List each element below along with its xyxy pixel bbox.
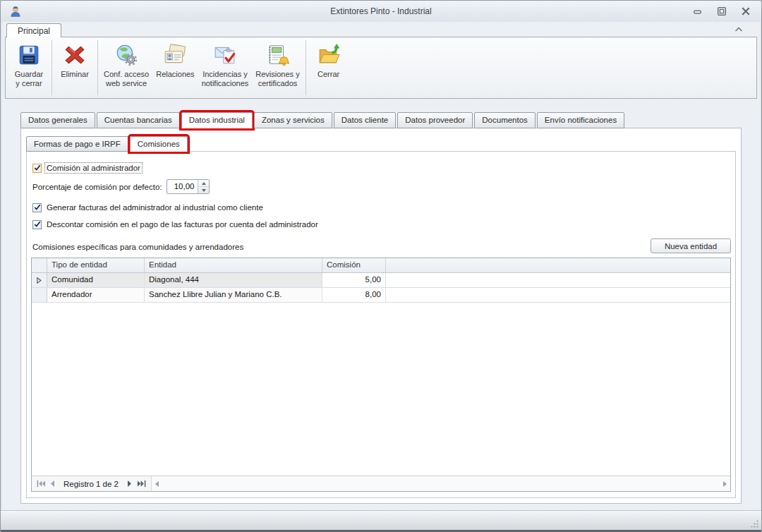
- cell-entidad[interactable]: Sanchez Llibre Julian y Mariano C.B.: [145, 288, 322, 302]
- checkbox-checked-icon[interactable]: [32, 220, 42, 229]
- admin-commission-checkbox[interactable]: Comisión al administrador: [32, 163, 731, 173]
- grid-indicator-header: [32, 258, 47, 272]
- tab-cuentas-bancarias[interactable]: Cuentas bancarias: [97, 112, 180, 128]
- cell-entidad[interactable]: Diagonal, 444: [145, 273, 322, 287]
- ribbon-button-label: Eliminar: [61, 70, 89, 79]
- ribbon-separator: [52, 40, 52, 95]
- discount-commission-checkbox[interactable]: Descontar comisión en el pago de las fac…: [32, 219, 731, 229]
- ribbon-button-label: Relaciones: [156, 70, 194, 79]
- app-window: Extintores Pinto - Industrial Principal: [0, 0, 762, 532]
- ribbon-button-label: Conf. acceso web service: [104, 70, 149, 88]
- percent-value[interactable]: 10,00: [167, 180, 198, 193]
- grid-empty-area: [32, 303, 730, 476]
- incidents-notifications-icon: [213, 43, 237, 67]
- grid-caption-row: Comisiones específicas para comunidades …: [32, 238, 731, 253]
- tab-envio-notificaciones[interactable]: Envío notificaciones: [537, 112, 624, 128]
- horizontal-scrollbar[interactable]: [151, 476, 730, 491]
- web-service-config-button[interactable]: Conf. acceso web service: [100, 39, 152, 97]
- delete-button[interactable]: Eliminar: [54, 39, 95, 97]
- new-entity-button[interactable]: Nueva entidad: [651, 238, 731, 253]
- close-folder-icon: [317, 43, 341, 67]
- relations-button[interactable]: Relaciones: [152, 39, 198, 97]
- spin-up-icon[interactable]: [198, 180, 209, 187]
- ribbon-separator: [306, 40, 306, 95]
- prev-record-icon[interactable]: [47, 478, 58, 490]
- scroll-right-icon[interactable]: [723, 481, 727, 487]
- table-row[interactable]: Comunidad Diagonal, 444 5,00: [32, 273, 730, 288]
- cell-comision[interactable]: 8,00: [322, 288, 386, 302]
- cell-tipo[interactable]: Arrendador: [47, 288, 145, 302]
- title-bar: Extintores Pinto - Industrial: [1, 1, 761, 22]
- tab-datos-industrial[interactable]: Datos industrial: [181, 112, 253, 128]
- delete-icon: [63, 43, 87, 67]
- checkbox-checked-icon[interactable]: [32, 164, 42, 173]
- close-icon[interactable]: [739, 5, 753, 18]
- column-header-tipo[interactable]: Tipo de entidad: [47, 258, 145, 272]
- status-bar: [1, 510, 761, 530]
- revisions-certificates-button[interactable]: Revisiones y certificados: [252, 39, 303, 97]
- grid-header-row: Tipo de entidad Entidad Comisión: [32, 258, 730, 273]
- next-record-icon[interactable]: [124, 478, 135, 490]
- subtab-comisiones[interactable]: Comisiones: [130, 136, 188, 152]
- current-row-indicator-icon: [32, 273, 47, 287]
- generate-invoices-checkbox[interactable]: Generar facturas del administrador al in…: [32, 202, 731, 212]
- percent-spin-editor[interactable]: 10,00: [167, 179, 210, 194]
- resize-grip-icon[interactable]: [750, 519, 759, 528]
- tab-datos-generales[interactable]: Datos generales: [20, 112, 95, 128]
- save-and-close-button[interactable]: Guardar y cerrar: [8, 39, 49, 97]
- chevron-up-icon[interactable]: [733, 24, 744, 35]
- ribbon-separator: [97, 40, 98, 95]
- spin-buttons: [198, 180, 209, 193]
- grid-footer: Registro 1 de 2: [32, 476, 730, 491]
- ribbon-button-label: Cerrar: [318, 70, 339, 79]
- first-record-icon[interactable]: [35, 478, 47, 490]
- ribbon-button-label: Incidencias y notificaciones: [202, 70, 249, 88]
- ribbon-tab-principal[interactable]: Principal: [6, 23, 61, 37]
- relations-icon: [163, 43, 187, 67]
- minimize-icon[interactable]: [691, 5, 705, 18]
- column-header-entidad[interactable]: Entidad: [145, 258, 322, 272]
- save-close-icon: [17, 43, 41, 67]
- datos-industrial-panel: Formas de pago e IRPF Comisiones Comisió…: [20, 128, 742, 504]
- checkbox-label: Descontar comisión en el pago de las fac…: [45, 219, 320, 229]
- grid-header-filler: [386, 258, 730, 272]
- ribbon-panel: Guardar y cerrar Eliminar Conf. acceso w…: [5, 37, 757, 99]
- checkbox-label: Generar facturas del administrador al in…: [45, 202, 265, 212]
- main-area: Datos generales Cuentas bancarias Datos …: [1, 99, 761, 510]
- web-service-config-icon: [114, 43, 138, 67]
- checkbox-checked-icon[interactable]: [32, 203, 42, 212]
- tab-datos-cliente[interactable]: Datos cliente: [334, 112, 396, 128]
- spin-down-icon[interactable]: [198, 187, 209, 193]
- ribbon-button-label: Revisiones y certificados: [255, 70, 299, 88]
- close-button[interactable]: Cerrar: [308, 39, 349, 97]
- grid-caption: Comisiones específicas para comunidades …: [32, 243, 243, 253]
- checkbox-label: Comisión al administrador: [45, 163, 142, 173]
- column-header-comision[interactable]: Comisión: [322, 258, 386, 272]
- commissions-grid: Tipo de entidad Entidad Comisión Comunid…: [31, 258, 731, 492]
- revisions-certificates-icon: [265, 43, 289, 67]
- tab-datos-proveedor[interactable]: Datos proveedor: [397, 112, 473, 128]
- record-navigator-label: Registro 1 de 2: [64, 479, 119, 488]
- cell-tipo[interactable]: Comunidad: [47, 273, 145, 287]
- cell-filler: [386, 273, 730, 287]
- cell-filler: [386, 288, 730, 302]
- cell-comision[interactable]: 5,00: [322, 273, 386, 287]
- maximize-icon[interactable]: [715, 5, 729, 18]
- main-tab-strip: Datos generales Cuentas bancarias Datos …: [20, 112, 742, 128]
- default-percent-row: Porcentaje de comisión por defecto: 10,0…: [32, 179, 731, 194]
- window-title: Extintores Pinto - Industrial: [1, 6, 761, 16]
- ribbon-tab-row: Principal: [1, 22, 761, 37]
- default-percent-label: Porcentaje de comisión por defecto:: [32, 183, 162, 191]
- tab-documentos[interactable]: Documentos: [474, 112, 536, 128]
- subtab-formas-de-pago[interactable]: Formas de pago e IRPF: [26, 136, 128, 152]
- row-indicator: [32, 288, 47, 302]
- incidents-notifications-button[interactable]: Incidencias y notificaciones: [198, 39, 253, 97]
- ribbon-button-label: Guardar y cerrar: [15, 70, 43, 88]
- tab-zonas-y-servicios[interactable]: Zonas y servicios: [254, 112, 332, 128]
- table-row[interactable]: Arrendador Sanchez Llibre Julian y Maria…: [32, 288, 730, 303]
- sub-tab-strip: Formas de pago e IRPF Comisiones: [26, 136, 736, 152]
- comisiones-panel: Comisión al administrador Porcentaje de …: [26, 151, 736, 498]
- scroll-left-icon[interactable]: [155, 481, 159, 487]
- last-record-icon[interactable]: [135, 478, 147, 490]
